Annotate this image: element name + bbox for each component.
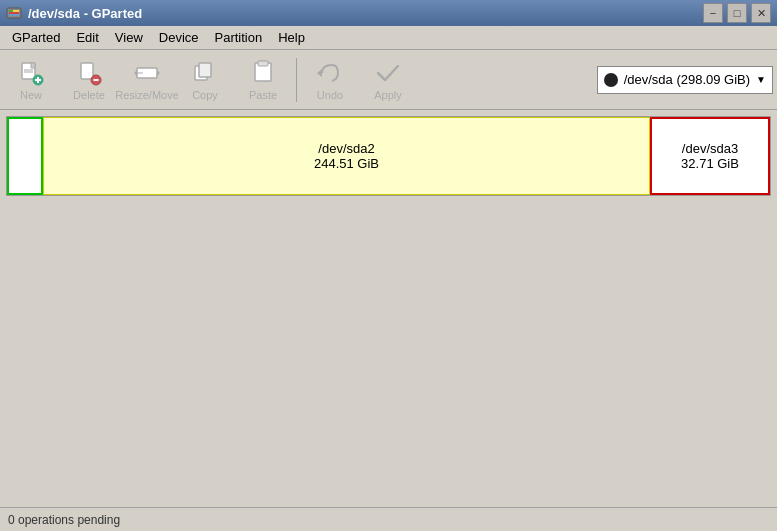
undo-icon xyxy=(316,59,344,87)
new-label: New xyxy=(20,89,42,101)
map-sda2[interactable]: /dev/sda2 244.51 GiB xyxy=(43,117,650,195)
menu-item-help[interactable]: Help xyxy=(270,28,313,47)
partition-map: /dev/sda2 244.51 GiB /dev/sda3 32.71 GiB xyxy=(6,116,771,196)
copy-label: Copy xyxy=(192,89,218,101)
svg-marker-17 xyxy=(157,70,160,76)
paste-icon xyxy=(249,59,277,87)
menu-item-gparted[interactable]: GParted xyxy=(4,28,68,47)
menubar: GPartedEditViewDevicePartitionHelp xyxy=(0,26,777,50)
map-sda3-name: /dev/sda3 xyxy=(682,141,738,156)
toolbar-right: /dev/sda (298.09 GiB) ▼ xyxy=(597,66,773,94)
apply-icon xyxy=(374,59,402,87)
map-sda3[interactable]: /dev/sda3 32.71 GiB xyxy=(650,117,770,195)
svg-rect-4 xyxy=(9,12,19,14)
status-text: 0 operations pending xyxy=(8,513,120,527)
resize-button[interactable]: Resize/Move xyxy=(120,54,174,106)
titlebar-left: /dev/sda - GParted xyxy=(6,5,142,21)
maximize-button[interactable]: □ xyxy=(727,3,747,23)
titlebar: /dev/sda - GParted − □ ✕ xyxy=(0,0,777,26)
partition-table xyxy=(6,202,771,507)
svg-marker-16 xyxy=(134,70,137,76)
svg-rect-11 xyxy=(81,63,93,79)
resize-label: Resize/Move xyxy=(115,89,179,101)
undo-button[interactable]: Undo xyxy=(303,54,357,106)
titlebar-controls: − □ ✕ xyxy=(703,3,771,23)
delete-button[interactable]: Delete xyxy=(62,54,116,106)
svg-rect-22 xyxy=(258,61,268,66)
map-unallocated xyxy=(7,117,43,195)
svg-rect-3 xyxy=(13,10,19,12)
window-title: /dev/sda - GParted xyxy=(28,6,142,21)
new-icon xyxy=(17,59,45,87)
copy-button[interactable]: Copy xyxy=(178,54,232,106)
minimize-button[interactable]: − xyxy=(703,3,723,23)
menu-item-partition[interactable]: Partition xyxy=(207,28,271,47)
map-sda2-size: 244.51 GiB xyxy=(314,156,379,171)
paste-label: Paste xyxy=(249,89,277,101)
delete-icon xyxy=(75,59,103,87)
disk-label: /dev/sda (298.09 GiB) xyxy=(624,72,750,87)
svg-marker-23 xyxy=(317,69,322,77)
menu-item-view[interactable]: View xyxy=(107,28,151,47)
apply-button[interactable]: Apply xyxy=(361,54,415,106)
statusbar: 0 operations pending xyxy=(0,507,777,531)
map-sda2-name: /dev/sda2 xyxy=(318,141,374,156)
svg-rect-2 xyxy=(9,10,13,12)
delete-label: Delete xyxy=(73,89,105,101)
copy-icon xyxy=(191,59,219,87)
menu-item-edit[interactable]: Edit xyxy=(68,28,106,47)
map-sda3-size: 32.71 GiB xyxy=(681,156,739,171)
toolbar-separator xyxy=(296,58,297,102)
undo-label: Undo xyxy=(317,89,343,101)
app-icon xyxy=(6,5,22,21)
new-button[interactable]: New xyxy=(4,54,58,106)
paste-button[interactable]: Paste xyxy=(236,54,290,106)
apply-label: Apply xyxy=(374,89,402,101)
menu-item-device[interactable]: Device xyxy=(151,28,207,47)
disk-selector[interactable]: /dev/sda (298.09 GiB) ▼ xyxy=(597,66,773,94)
close-button[interactable]: ✕ xyxy=(751,3,771,23)
toolbar: New Delete Resize/Move xyxy=(0,50,777,110)
svg-rect-19 xyxy=(199,63,211,77)
resize-icon xyxy=(133,59,161,87)
disk-dropdown-icon: ▼ xyxy=(756,74,766,85)
disk-dot-icon xyxy=(604,73,618,87)
